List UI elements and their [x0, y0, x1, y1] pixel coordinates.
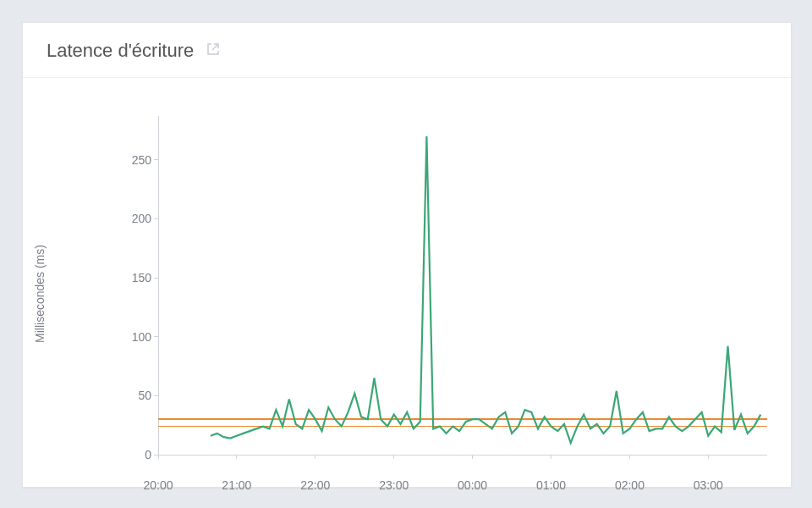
x-tick-label: 00:00 — [458, 478, 487, 492]
y-tick-label: 50 — [118, 389, 158, 402]
x-tick-label: 20:00 — [143, 478, 173, 492]
chart-title: Latence d'écriture — [47, 40, 194, 62]
series-line — [211, 136, 760, 443]
x-tick-label: 01:00 — [536, 478, 566, 492]
y-tick-label: 200 — [118, 212, 158, 225]
chart-plot-area: Millisecondes (ms) 050100150200250 20:00… — [74, 116, 767, 472]
y-axis-label: Millisecondes (ms) — [33, 245, 47, 343]
chart-card: Latence d'écriture Millisecondes (ms) 05… — [22, 22, 792, 488]
chart-svg — [74, 116, 767, 472]
y-tick-label: 150 — [118, 271, 158, 284]
external-link-icon[interactable] — [206, 42, 220, 59]
x-tick-label: 23:00 — [379, 478, 409, 492]
y-tick-label: 100 — [118, 330, 158, 344]
x-tick-label: 03:00 — [694, 478, 723, 492]
y-tick-label: 250 — [118, 153, 158, 167]
y-tick-label: 0 — [118, 448, 158, 461]
x-tick-label: 02:00 — [615, 478, 645, 492]
x-tick-label: 21:00 — [222, 478, 251, 492]
card-header: Latence d'écriture — [23, 23, 791, 78]
x-tick-label: 22:00 — [300, 478, 330, 492]
